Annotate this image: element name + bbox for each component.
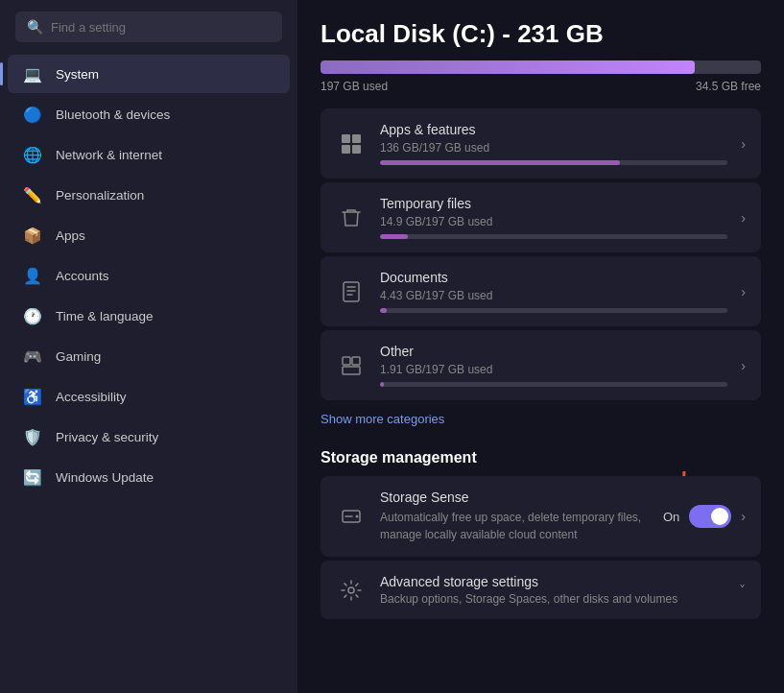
- storage-sense-right: On ›: [663, 505, 746, 528]
- temp-files-icon: [336, 203, 367, 233]
- sidebar-item-network[interactable]: 🌐 Network & internet: [8, 135, 290, 174]
- temp-files-bar-fill: [380, 234, 408, 239]
- time-icon: 🕐: [23, 306, 42, 325]
- other-chevron: ›: [741, 358, 746, 373]
- svg-rect-3: [352, 145, 361, 154]
- documents-icon: [336, 276, 367, 307]
- documents-bar: [380, 308, 727, 313]
- sidebar-item-update[interactable]: 🔄 Windows Update: [8, 458, 290, 496]
- disk-bar-labels: 197 GB used 34.5 GB free: [321, 80, 761, 93]
- system-icon: 💻: [23, 64, 42, 84]
- apps-features-content: Apps & features 136 GB/197 GB used: [380, 122, 727, 165]
- sidebar-item-label: Personalization: [56, 188, 144, 203]
- sidebar-item-apps[interactable]: 📦 Apps: [8, 216, 290, 254]
- documents-card[interactable]: Documents 4.43 GB/197 GB used ›: [321, 256, 761, 326]
- disk-used-label: 197 GB used: [321, 80, 388, 93]
- apps-icon: 📦: [23, 226, 42, 245]
- documents-chevron: ›: [741, 284, 746, 299]
- apps-features-bar-fill: [380, 160, 620, 165]
- advanced-storage-icon: [336, 575, 367, 606]
- sidebar-item-system[interactable]: 💻 System: [8, 55, 290, 93]
- temp-files-usage: 14.9 GB/197 GB used: [380, 215, 727, 228]
- temp-files-bar: [380, 234, 727, 239]
- storage-sense-toggle[interactable]: [689, 505, 731, 528]
- sidebar-item-gaming[interactable]: 🎮 Gaming: [8, 337, 290, 375]
- show-more-link[interactable]: Show more categories: [321, 404, 444, 434]
- sidebar-item-label: Bluetooth & devices: [56, 108, 170, 122]
- sidebar-item-label: Windows Update: [56, 470, 154, 485]
- sidebar-item-accessibility[interactable]: ♿ Accessibility: [8, 377, 290, 416]
- apps-features-usage: 136 GB/197 GB used: [380, 141, 727, 155]
- update-icon: 🔄: [23, 467, 42, 487]
- storage-sense-title: Storage Sense: [380, 490, 650, 505]
- sidebar-item-label: Accessibility: [56, 390, 127, 404]
- sidebar-item-label: Apps: [56, 228, 85, 243]
- sidebar-item-label: Accounts: [56, 269, 109, 283]
- sidebar: 🔍 💻 System 🔵 Bluetooth & devices 🌐 Netwo…: [0, 0, 297, 693]
- sidebar-item-accounts[interactable]: 👤 Accounts: [8, 256, 290, 295]
- sidebar-item-label: Network & internet: [56, 148, 162, 162]
- storage-sense-status: On: [663, 510, 679, 524]
- svg-point-10: [356, 515, 359, 518]
- storage-sense-wrapper: Storage Sense Automatically free up spac…: [321, 476, 761, 557]
- apps-features-card[interactable]: Apps & features 136 GB/197 GB used ›: [321, 108, 761, 179]
- svg-rect-5: [343, 357, 350, 365]
- disk-bar-track: [321, 60, 761, 74]
- sidebar-item-label: Gaming: [56, 349, 101, 364]
- apps-features-chevron: ›: [741, 136, 746, 152]
- svg-rect-6: [352, 357, 360, 365]
- apps-features-title: Apps & features: [380, 122, 727, 137]
- accessibility-icon: ♿: [23, 387, 42, 406]
- other-icon: [336, 350, 367, 381]
- sidebar-item-bluetooth[interactable]: 🔵 Bluetooth & devices: [8, 95, 290, 133]
- storage-sense-icon: [336, 501, 367, 532]
- storage-sense-chevron: ›: [741, 509, 746, 524]
- main-content: Local Disk (C:) - 231 GB 197 GB used 34.…: [297, 0, 784, 693]
- documents-bar-fill: [380, 308, 387, 313]
- svg-rect-1: [352, 134, 361, 143]
- search-icon: 🔍: [27, 19, 43, 35]
- temp-files-title: Temporary files: [380, 196, 727, 211]
- documents-usage: 4.43 GB/197 GB used: [380, 289, 727, 302]
- network-icon: 🌐: [23, 145, 42, 164]
- advanced-storage-chevron: ˅: [739, 583, 746, 598]
- page-title: Local Disk (C:) - 231 GB: [321, 19, 761, 49]
- sidebar-item-personalization[interactable]: ✏️ Personalization: [8, 176, 290, 214]
- advanced-storage-card[interactable]: Advanced storage settings Backup options…: [321, 561, 761, 619]
- storage-management-title: Storage management: [321, 449, 761, 466]
- sidebar-item-label: Privacy & security: [56, 430, 158, 444]
- other-bar: [380, 382, 727, 387]
- svg-rect-2: [342, 145, 350, 154]
- apps-features-bar: [380, 160, 727, 165]
- svg-rect-4: [344, 282, 359, 301]
- other-title: Other: [380, 344, 727, 359]
- documents-content: Documents 4.43 GB/197 GB used: [380, 270, 727, 313]
- advanced-storage-title: Advanced storage settings: [380, 574, 725, 589]
- svg-rect-7: [343, 367, 360, 374]
- svg-point-12: [348, 587, 354, 593]
- storage-sense-content: Storage Sense Automatically free up spac…: [380, 490, 650, 543]
- temp-files-content: Temporary files 14.9 GB/197 GB used: [380, 196, 727, 239]
- search-box[interactable]: 🔍: [15, 12, 282, 42]
- privacy-icon: 🛡️: [23, 427, 42, 446]
- storage-sense-card[interactable]: Storage Sense Automatically free up spac…: [321, 476, 761, 557]
- personalization-icon: ✏️: [23, 185, 42, 204]
- sidebar-item-privacy[interactable]: 🛡️ Privacy & security: [8, 418, 290, 456]
- temp-files-card[interactable]: Temporary files 14.9 GB/197 GB used ›: [321, 182, 761, 252]
- disk-free-label: 34.5 GB free: [696, 80, 761, 93]
- temp-files-chevron: ›: [741, 210, 746, 226]
- bluetooth-icon: 🔵: [23, 105, 42, 124]
- other-card[interactable]: Other 1.91 GB/197 GB used ›: [321, 330, 761, 400]
- documents-title: Documents: [380, 270, 727, 285]
- sidebar-item-label: System: [56, 67, 99, 82]
- search-input[interactable]: [51, 20, 271, 35]
- svg-rect-0: [342, 134, 350, 143]
- accounts-icon: 👤: [23, 266, 42, 285]
- storage-sense-desc: Automatically free up space, delete temp…: [380, 509, 650, 543]
- sidebar-item-time[interactable]: 🕐 Time & language: [8, 297, 290, 335]
- sidebar-item-label: Time & language: [56, 309, 154, 323]
- disk-bar-fill: [321, 60, 695, 74]
- other-usage: 1.91 GB/197 GB used: [380, 363, 727, 376]
- other-bar-fill: [380, 382, 384, 387]
- advanced-storage-content: Advanced storage settings Backup options…: [380, 574, 725, 606]
